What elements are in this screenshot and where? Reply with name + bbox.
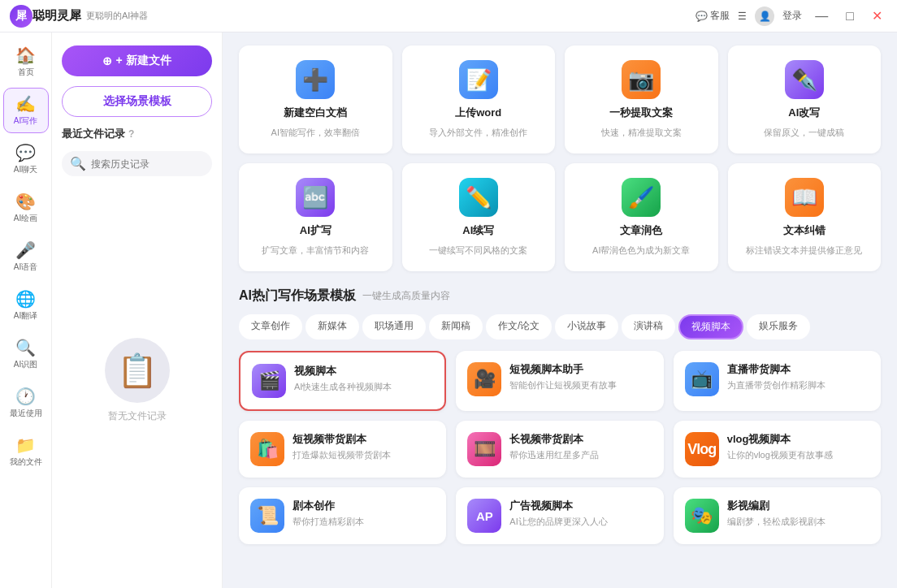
ai-continue-icon: ✏️ — [459, 178, 498, 217]
right-panel: ➕ 新建空白文档 AI智能写作，效率翻倍 📝 上传word 导入外部文件，精准创… — [223, 32, 897, 588]
select-template-button[interactable]: 选择场景模板 — [62, 86, 212, 117]
feature-card-polish[interactable]: 🖌️ 文章润色 AI帮润色色为成为新文章 — [565, 163, 718, 271]
template-card-short-video-goods[interactable]: 🛍️ 短视频带货剧本 打造爆款短视频带货剧本 — [239, 421, 446, 478]
video-script-content: 视频脚本 AI快速生成各种视频脚本 — [294, 364, 433, 393]
template-grid: 🎬 视频脚本 AI快速生成各种视频脚本 🎥 短视频脚本助手 智能创作让短视频更有… — [239, 351, 881, 544]
ai-expand-icon: 🔤 — [296, 178, 335, 217]
template-card-long-video-goods[interactable]: 🎞️ 长视频带货剧本 帮你迅速用红星多产品 — [456, 421, 663, 478]
main-content: ⊕ + 新建文件 选择场景模板 最近文件记录 ? 🔍 📋 暂无文件记录 — [52, 32, 897, 588]
long-video-goods-icon: 🎞️ — [467, 432, 501, 466]
minimize-btn[interactable]: — — [810, 9, 833, 24]
sidebar-item-ai-draw[interactable]: 🎨 AI绘画 — [3, 185, 49, 231]
live-script-content: 直播带货脚本 为直播带货创作精彩脚本 — [727, 362, 869, 391]
feature-card-ai-expand[interactable]: 🔤 AI扩写 扩写文章，丰富情节和内容 — [239, 163, 392, 271]
translate-icon: 🌐 — [15, 289, 36, 309]
sidebar-item-ai-translate[interactable]: 🌐 AI翻译 — [3, 283, 49, 328]
tab-video-script[interactable]: 视频脚本 — [678, 314, 743, 339]
polish-icon: 🖌️ — [622, 178, 661, 217]
search-input[interactable] — [91, 158, 204, 170]
writing-icon: ✍️ — [15, 94, 36, 114]
sidebar-label-home: 首页 — [18, 67, 34, 78]
sidebar-label-ai-draw: AI绘画 — [14, 213, 37, 224]
app-logo: 犀 — [10, 5, 32, 28]
feature-card-ai-rewrite[interactable]: ✒️ AI改写 保留原义，一键成稿 — [728, 45, 882, 153]
mic-icon: 🎤 — [15, 240, 36, 260]
avatar-icon: 👤 — [755, 6, 774, 26]
tab-workplace[interactable]: 职场通用 — [362, 314, 426, 339]
sidebar-item-home[interactable]: 🏠 首页 — [3, 39, 49, 84]
feature-card-upload-word[interactable]: 📝 上传word 导入外部文件，精准创作 — [402, 45, 556, 153]
recent-icon: 🕐 — [15, 387, 36, 406]
left-panel: ⊕ + 新建文件 选择场景模板 最近文件记录 ? 🔍 📋 暂无文件记录 — [52, 32, 223, 588]
search-box: 🔍 — [62, 151, 212, 176]
ai-rewrite-icon: ✒️ — [785, 60, 824, 99]
sidebar-label-ai-writing: AI写作 — [14, 115, 37, 127]
folder-icon: 📁 — [15, 435, 36, 455]
live-script-icon: 📺 — [685, 362, 719, 396]
hot-templates-title: AI热门写作场景模板 — [239, 288, 356, 305]
sidebar-item-ai-ocr[interactable]: 🔍 AI识图 — [3, 331, 49, 377]
template-card-video-script[interactable]: 🎬 视频脚本 AI快速生成各种视频脚本 — [239, 351, 446, 411]
empty-illustration: 📋 — [105, 338, 170, 403]
login-btn[interactable]: 登录 — [782, 9, 802, 23]
help-icon: ? — [128, 128, 134, 140]
app-layout: 🏠 首页 ✍️ AI写作 💬 AI聊天 🎨 AI绘画 🎤 AI语音 🌐 AI翻译… — [0, 32, 897, 588]
tab-essay[interactable]: 作文/论文 — [486, 314, 552, 339]
video-script-icon: 🎬 — [252, 364, 286, 398]
short-video-goods-content: 短视频带货剧本 打造爆款短视频带货剧本 — [292, 432, 435, 461]
tab-newmedia[interactable]: 新媒体 — [306, 314, 359, 339]
maximize-btn[interactable]: □ — [841, 9, 859, 24]
short-video-helper-content: 短视频脚本助手 智能创作让短视频更有故事 — [509, 362, 652, 391]
tab-article[interactable]: 文章创作 — [239, 314, 302, 339]
template-card-ad-video-script[interactable]: AP 广告视频脚本 AI让您的品牌更深入人心 — [456, 487, 663, 544]
template-tabs: 文章创作 新媒体 职场通用 新闻稿 作文/论文 小说故事 演讲稿 视频脚本 娱乐… — [239, 314, 881, 339]
menu-btn[interactable]: ☰ — [738, 11, 747, 22]
sidebar-label-my-files: 我的文件 — [10, 456, 42, 468]
sidebar-label-ai-chat: AI聊天 — [14, 164, 37, 175]
ocr-icon: 🔍 — [15, 338, 36, 357]
sidebar-item-my-files[interactable]: 📁 我的文件 — [3, 429, 49, 474]
sidebar-item-ai-writing[interactable]: ✍️ AI写作 — [3, 88, 49, 133]
tab-news[interactable]: 新闻稿 — [429, 314, 483, 339]
tab-novel[interactable]: 小说故事 — [555, 314, 618, 339]
feature-card-extract-copy[interactable]: 📷 一秒提取文案 快速，精准提取文案 — [565, 45, 718, 153]
script-create-icon: 📜 — [250, 499, 284, 533]
chat-icon: 💬 — [696, 11, 708, 22]
sidebar-item-recent[interactable]: 🕐 最近使用 — [3, 380, 49, 426]
ad-video-script-icon: AP — [467, 499, 501, 533]
empty-text: 暂无文件记录 — [108, 409, 167, 423]
home-icon: 🏠 — [15, 45, 36, 65]
template-card-live-script[interactable]: 📺 直播带货脚本 为直播带货创作精彩脚本 — [674, 351, 881, 411]
empty-state: 📋 暂无文件记录 — [62, 186, 212, 575]
sidebar-label-ai-ocr: AI识图 — [14, 359, 37, 370]
sidebar-label-recent: 最近使用 — [10, 408, 42, 419]
sidebar-label-ai-voice: AI语音 — [14, 262, 37, 273]
tab-speech[interactable]: 演讲稿 — [622, 314, 675, 339]
paint-icon: 🎨 — [15, 192, 36, 211]
script-create-content: 剧本创作 帮你打造精彩剧本 — [292, 499, 435, 528]
close-btn[interactable]: ✕ — [867, 8, 887, 24]
plus-icon: ⊕ — [102, 54, 112, 67]
vlog-script-icon: Vlog — [685, 432, 719, 466]
customer-service-btn[interactable]: 💬 客服 — [696, 9, 730, 23]
template-card-short-video-helper[interactable]: 🎥 短视频脚本助手 智能创作让短视频更有故事 — [456, 351, 663, 411]
feature-card-new-blank[interactable]: ➕ 新建空白文档 AI智能写作，效率翻倍 — [239, 45, 392, 153]
new-file-button[interactable]: ⊕ + 新建文件 — [62, 45, 212, 76]
chat-bubble-icon: 💬 — [15, 143, 36, 162]
template-card-film-script[interactable]: 🎭 影视编剧 编剧梦，轻松成影视剧本 — [674, 487, 881, 544]
sidebar-label-ai-translate: AI翻译 — [14, 310, 37, 322]
long-video-goods-content: 长视频带货剧本 帮你迅速用红星多产品 — [509, 432, 652, 461]
feature-card-proofread[interactable]: 📖 文本纠错 标注错误文本并提供修正意见 — [728, 163, 882, 271]
film-script-icon: 🎭 — [685, 499, 719, 533]
feature-card-ai-continue[interactable]: ✏️ AI续写 一键续写不同风格的文案 — [402, 163, 556, 271]
template-card-vlog-script[interactable]: Vlog vlog视频脚本 让你的vlog视频更有故事感 — [674, 421, 881, 478]
sidebar-item-ai-voice[interactable]: 🎤 AI语音 — [3, 234, 49, 279]
sidebar-item-ai-chat[interactable]: 💬 AI聊天 — [3, 136, 49, 182]
tab-entertainment[interactable]: 娱乐服务 — [747, 314, 810, 339]
recent-files-title: 最近文件记录 ? — [62, 127, 212, 141]
title-bar: 犀 聪明灵犀 更聪明的AI神器 💬 客服 ☰ 👤 登录 — □ ✕ — [0, 0, 897, 32]
template-card-script-create[interactable]: 📜 剧本创作 帮你打造精彩剧本 — [239, 487, 446, 544]
vlog-script-content: vlog视频脚本 让你的vlog视频更有故事感 — [727, 432, 869, 461]
sidebar: 🏠 首页 ✍️ AI写作 💬 AI聊天 🎨 AI绘画 🎤 AI语音 🌐 AI翻译… — [0, 32, 52, 588]
proofread-icon: 📖 — [785, 178, 824, 217]
